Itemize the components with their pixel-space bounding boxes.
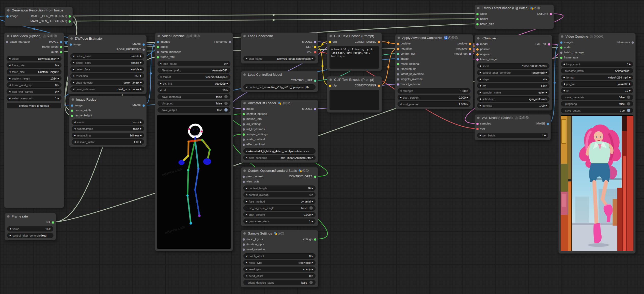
input-slot-negative[interactable]: [476, 53, 479, 56]
output-slot-settings[interactable]: [314, 238, 316, 241]
node-title-bar[interactable]: Video Combine🎥ⓋⒽⓈ: [559, 33, 635, 40]
widget-pix_fmt[interactable]: ◀pix_fmtyuv420p▶: [561, 81, 633, 87]
node-aacn[interactable]: Apply Advanced ControlNet🛂ⒶⒸⓃpositivepos…: [395, 34, 473, 109]
increment-arrow-icon[interactable]: ▶: [546, 90, 547, 95]
widget-noise_type[interactable]: ◀noise_typeFreeNoise▶: [243, 260, 316, 265]
input-slot-frame_rate[interactable]: [157, 56, 159, 58]
increment-arrow-icon[interactable]: ▶: [140, 133, 142, 138]
decrement-arrow-icon[interactable]: ◀: [73, 54, 74, 58]
decrement-arrow-icon[interactable]: ◀: [246, 267, 247, 272]
decrement-arrow-icon[interactable]: ◀: [74, 120, 75, 125]
input-slot-seed_override[interactable]: [243, 249, 245, 251]
widget-fuse_method[interactable]: ◀fuse_methodpyramid▶: [243, 199, 316, 204]
widget-seed[interactable]: ◀seed756507205887639▶: [477, 63, 549, 69]
node-vcmid[interactable]: Video Combine🎥ⓋⒽⓈimagesFilenamesaudiobat…: [155, 33, 233, 251]
increment-arrow-icon[interactable]: ▶: [227, 74, 228, 79]
decrement-arrow-icon[interactable]: ◀: [400, 95, 401, 100]
widget-detect_face[interactable]: ◀detect_faceenable▶: [70, 67, 144, 72]
decrement-arrow-icon[interactable]: ◀: [479, 97, 481, 101]
input-slot-image[interactable]: [6, 15, 9, 18]
widget-beta_schedule[interactable]: ◀beta_schedulesqrt_linear (AnimateDiff)▶: [243, 155, 316, 160]
widget-control_after_generate[interactable]: ◀control_after_generaterandomize▶: [477, 70, 549, 75]
widget-start_percent[interactable]: ◀start_percent0.000▶: [398, 95, 470, 100]
increment-arrow-icon[interactable]: ▶: [629, 75, 631, 80]
increment-arrow-icon[interactable]: ▶: [546, 83, 547, 88]
increment-arrow-icon[interactable]: ▶: [58, 63, 59, 68]
widget-resampling[interactable]: ◀resamplingbilinear▶: [72, 133, 144, 138]
decrement-arrow-icon[interactable]: ◀: [73, 73, 74, 78]
widget-sampler_name[interactable]: ◀sampler_nameeuler▶: [477, 90, 549, 95]
output-slot-MODEL[interactable]: [314, 41, 316, 43]
input-slot-batch_manager[interactable]: [157, 51, 159, 53]
node-imgresize[interactable]: Image ResizeimageIMAGEresize_widthresize…: [69, 96, 147, 147]
widget-pose_estimator[interactable]: ◀pose_estimatordw-ll_ucoco.onnx▶: [70, 86, 144, 92]
node-samplesettings[interactable]: Sample Settings🎭ⒶⒹnoise_layerssettingsit…: [241, 230, 318, 287]
node-title-bar[interactable]: Apply Advanced ControlNet🛂ⒶⒸⓃ: [395, 35, 473, 41]
output-slot-MODEL[interactable]: [314, 108, 316, 110]
input-slot-audio[interactable]: [560, 47, 562, 49]
widget-format[interactable]: ◀formatvideo/h264-mp4▶: [158, 74, 230, 80]
widget-control_net_name[interactable]: ◀control_net_namecontrol_v11p_sd15_openp…: [243, 84, 316, 90]
output-slot-Filenames[interactable]: [229, 41, 231, 43]
node-title-bar[interactable]: Load Video (Upload)🎥ⓋⒽⓈ: [4, 33, 64, 39]
toggle-knob[interactable]: [309, 281, 313, 284]
decrement-arrow-icon[interactable]: ◀: [400, 88, 401, 93]
increment-arrow-icon[interactable]: ▶: [546, 70, 547, 75]
collapse-dot-icon[interactable]: [329, 35, 332, 37]
decrement-arrow-icon[interactable]: ◀: [160, 61, 161, 66]
widget-skip_first_frames[interactable]: ◀skip_first_frames0▶: [7, 89, 61, 94]
widget-force_rate[interactable]: ◀force_rate0▶: [7, 63, 61, 68]
decrement-arrow-icon[interactable]: ◀: [563, 88, 565, 93]
increment-arrow-icon[interactable]: ▶: [546, 64, 547, 68]
input-slot-iteration_opts[interactable]: [243, 243, 245, 246]
output-slot-INT[interactable]: [52, 221, 54, 224]
collapse-dot-icon[interactable]: [70, 37, 73, 40]
output-slot-CONTEXT_OPTS[interactable]: [314, 176, 316, 178]
collapse-dot-icon[interactable]: [72, 98, 74, 101]
widget-use_on_equal_length[interactable]: use_on_equal_lengthfalse: [243, 205, 316, 211]
decrement-arrow-icon[interactable]: ◀: [160, 81, 161, 86]
collapse-dot-icon[interactable]: [7, 35, 9, 37]
increment-arrow-icon[interactable]: ▶: [312, 155, 313, 160]
decrement-arrow-icon[interactable]: ◀: [9, 226, 11, 231]
node-dwpose[interactable]: DWPose EstimatorimageIMAGEPOSE_KEYPOINT◀…: [68, 35, 147, 94]
input-slot-model[interactable]: [476, 43, 479, 45]
node-clip1[interactable]: CLIP Text Encode (Prompt)clipCONDITIONIN…: [327, 33, 382, 71]
increment-arrow-icon[interactable]: ▶: [546, 103, 547, 108]
input-slot-view_opts[interactable]: [243, 181, 245, 183]
input-slot-batch_manager[interactable]: [6, 41, 8, 43]
node-title-bar[interactable]: Load Checkpoint: [241, 33, 318, 39]
toggle-knob[interactable]: [224, 95, 228, 98]
node-title-bar[interactable]: Frame rate: [5, 213, 56, 220]
increment-arrow-icon[interactable]: ▶: [312, 267, 313, 272]
widget-crf[interactable]: ◀crf19▶: [158, 87, 230, 93]
decrement-arrow-icon[interactable]: ◀: [246, 192, 247, 197]
collapse-dot-icon[interactable]: [243, 102, 246, 104]
widget-strength[interactable]: ◀strength1.00▶: [398, 88, 470, 94]
input-slot-frame_rate[interactable]: [560, 57, 562, 59]
widget-format[interactable]: ◀formatvideo/h264-mp4▶: [561, 75, 633, 80]
toggle-knob[interactable]: [627, 96, 630, 99]
widget-ckpt_name[interactable]: ◀ckpt_nametoonyou_beta6.safetensors▶: [243, 56, 316, 61]
widget-force_size[interactable]: ◀force_sizeCustom Height▶: [7, 69, 61, 74]
output-slot-CONDITIONING[interactable]: [378, 85, 380, 87]
input-slot-model_optional[interactable]: [397, 83, 399, 86]
input-slot-latent_kf_override[interactable]: [397, 73, 399, 75]
input-slot-samples[interactable]: [476, 123, 479, 125]
widget-resolution[interactable]: ◀resolution256▶: [70, 73, 144, 79]
output-slot-IMAGE_GEN_HEIGHT (INT)[interactable]: [69, 20, 71, 23]
output-slot-LATENT[interactable]: [550, 13, 552, 15]
input-slot-batch_size[interactable]: [476, 23, 479, 25]
output-slot-IMAGE[interactable]: [143, 43, 145, 46]
decrement-arrow-icon[interactable]: ◀: [9, 56, 10, 61]
collapse-dot-icon[interactable]: [7, 9, 10, 12]
decrement-arrow-icon[interactable]: ◀: [246, 273, 247, 278]
widget-end_percent[interactable]: ◀end_percent1.000▶: [398, 101, 470, 107]
input-slot-resize_width[interactable]: [71, 110, 73, 112]
increment-arrow-icon[interactable]: ▶: [467, 88, 468, 93]
increment-arrow-icon[interactable]: ▶: [58, 83, 59, 87]
input-slot-positive[interactable]: [476, 48, 479, 51]
increment-arrow-icon[interactable]: ▶: [58, 96, 59, 101]
collapse-dot-icon[interactable]: [243, 169, 246, 172]
decrement-arrow-icon[interactable]: ◀: [479, 77, 481, 82]
